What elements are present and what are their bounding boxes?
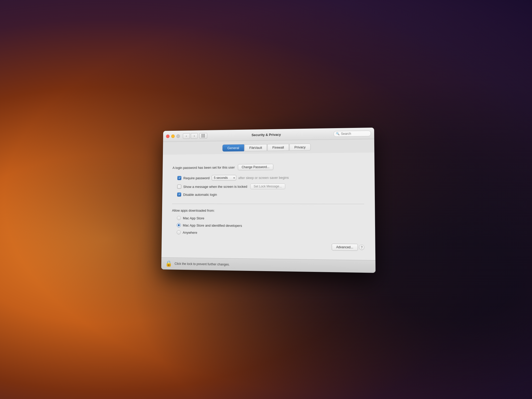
help-button[interactable]: ? <box>359 245 364 250</box>
grid-view-button[interactable] <box>199 133 207 139</box>
require-password-label: Require password <box>183 176 210 180</box>
disable-autologin-row: Disable automatic login <box>172 192 364 197</box>
show-message-label: Show a message when the screen is locked <box>183 184 247 188</box>
radio-label-identified-developers: Mac App Store and identified developers <box>183 223 242 227</box>
search-box[interactable]: 🔍 <box>334 130 371 136</box>
maximize-button[interactable] <box>176 134 180 138</box>
close-button[interactable] <box>166 134 169 138</box>
search-icon: 🔍 <box>336 132 340 135</box>
radio-label-mac-app-store: Mac App Store <box>183 216 204 220</box>
nav-buttons: ‹ › <box>183 133 198 139</box>
back-icon: ‹ <box>186 134 187 138</box>
minimize-button[interactable] <box>171 134 175 138</box>
system-preferences-window: ‹ › Security & Privacy 🔍 General FileVau… <box>161 127 376 273</box>
advanced-button[interactable]: Advanced... <box>331 244 358 251</box>
traffic-lights <box>166 134 180 138</box>
radio-anywhere[interactable] <box>177 230 181 234</box>
require-password-row: Require password 5 seconds 1 minute 5 mi… <box>172 174 364 181</box>
require-password-checkbox[interactable] <box>177 176 181 180</box>
content-area: A login password has been set for this u… <box>161 152 375 260</box>
disable-autologin-checkbox[interactable] <box>177 192 181 197</box>
forward-icon: › <box>194 134 195 138</box>
tab-filevault[interactable]: FileVault <box>244 144 267 151</box>
after-sleep-label: after sleep or screen saver begins <box>238 175 289 180</box>
password-interval-wrapper: 5 seconds 1 minute 5 minutes 15 minutes … <box>212 175 236 180</box>
set-lock-message-button[interactable]: Set Lock Message... <box>250 183 285 189</box>
gatekeeper-section-label: Allow apps downloaded from: <box>172 208 364 213</box>
tab-firewall[interactable]: Firewall <box>268 144 289 151</box>
radio-mac-app-store[interactable] <box>177 216 181 220</box>
gatekeeper-section: Allow apps downloaded from: Mac App Stor… <box>172 204 364 241</box>
password-interval-select[interactable]: 5 seconds 1 minute 5 minutes 15 minutes … <box>212 175 236 180</box>
tab-privacy[interactable]: Privacy <box>289 143 310 151</box>
password-section: A login password has been set for this u… <box>172 158 364 204</box>
radio-identified-developers[interactable] <box>177 223 181 227</box>
radio-row-identified-developers: Mac App Store and identified developers <box>172 223 364 228</box>
forward-button[interactable]: › <box>191 133 198 139</box>
password-notice-text: A login password has been set for this u… <box>172 165 235 169</box>
tab-general[interactable]: General <box>223 144 244 151</box>
grid-dots-icon <box>202 134 205 138</box>
change-password-button[interactable]: Change Password... <box>238 164 273 170</box>
radio-row-mac-app-store: Mac App Store <box>172 216 364 221</box>
lock-icon: 🔒 <box>165 260 172 267</box>
show-message-row: Show a message when the screen is locked… <box>172 183 364 189</box>
disable-autologin-label: Disable automatic login <box>183 192 217 196</box>
show-message-checkbox[interactable] <box>177 185 181 189</box>
radio-row-anywhere: Anywhere <box>172 230 364 236</box>
search-input[interactable] <box>341 131 369 135</box>
lock-text: Click the lock to prevent further change… <box>175 262 230 266</box>
password-info-row: A login password has been set for this u… <box>172 163 364 171</box>
radio-label-anywhere: Anywhere <box>183 230 197 234</box>
window-title: Security & Privacy <box>251 133 281 137</box>
back-button[interactable]: ‹ <box>183 133 190 139</box>
footer-area: Advanced... ? <box>171 240 364 254</box>
